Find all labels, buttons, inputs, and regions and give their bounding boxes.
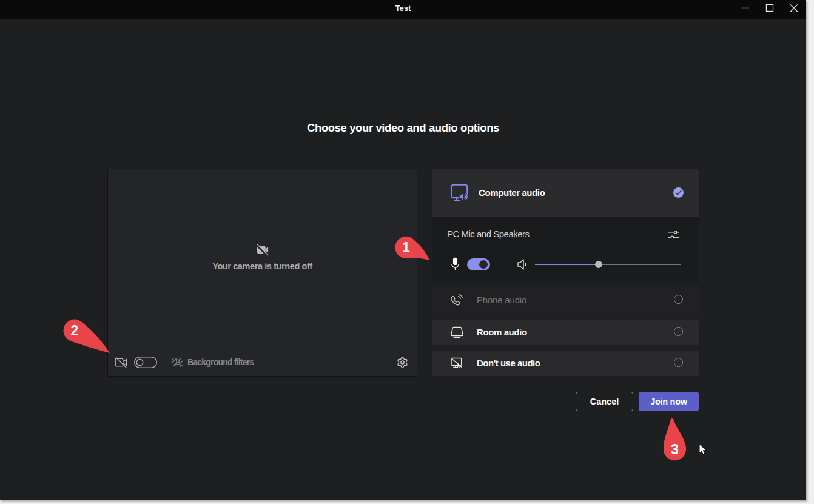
svg-text:1: 1 — [402, 240, 410, 255]
svg-text:3: 3 — [671, 442, 679, 457]
svg-text:2: 2 — [71, 323, 79, 338]
